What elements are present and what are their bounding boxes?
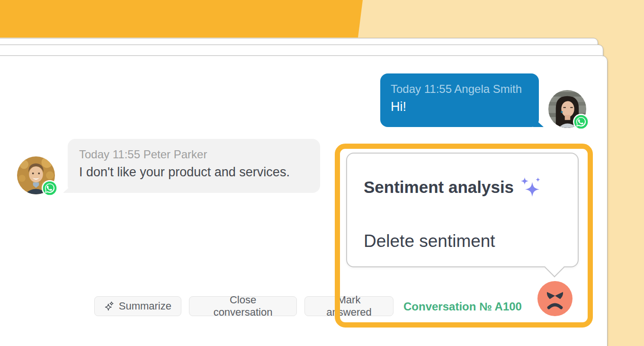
agent-message-bubble: Today 11:55 Angela Smith Hi! (380, 73, 539, 127)
sentiment-popup-title: Sentiment analysis (364, 178, 514, 197)
mark-answered-button[interactable]: Mark answered (304, 296, 394, 316)
visitor-avatar (17, 156, 55, 194)
visitor-message-bubble: Today 11:55 Peter Parker I don't like yo… (68, 139, 320, 193)
summarize-button-label: Summarize (119, 300, 171, 312)
sentiment-popup-title-row: Sentiment analysis (364, 176, 541, 198)
close-conversation-label: Close conversation (199, 294, 287, 319)
visitor-message-text: I don't like your product and services. (79, 164, 309, 181)
summarize-button[interactable]: Summarize (94, 296, 181, 316)
app-window: Today 11:55 Angela Smith Hi! (0, 0, 644, 346)
sparkles-outline-icon (104, 300, 115, 312)
whatsapp-icon (573, 114, 589, 130)
agent-message-meta: Today 11:55 Angela Smith (391, 82, 528, 96)
visitor-message-meta: Today 11:55 Peter Parker (79, 147, 309, 162)
angry-face-icon[interactable] (537, 281, 573, 317)
agent-message-text: Hi! (391, 99, 528, 115)
decorative-orange-band (0, 0, 363, 37)
agent-avatar (548, 90, 586, 128)
close-conversation-button[interactable]: Close conversation (189, 296, 297, 316)
sparkles-icon (519, 176, 541, 198)
conversation-number-badge: Conversation № A100 (403, 300, 522, 313)
whatsapp-icon (42, 180, 58, 196)
delete-sentiment-menu-item[interactable]: Delete sentiment (364, 231, 495, 251)
mark-answered-label: Mark answered (314, 294, 384, 319)
